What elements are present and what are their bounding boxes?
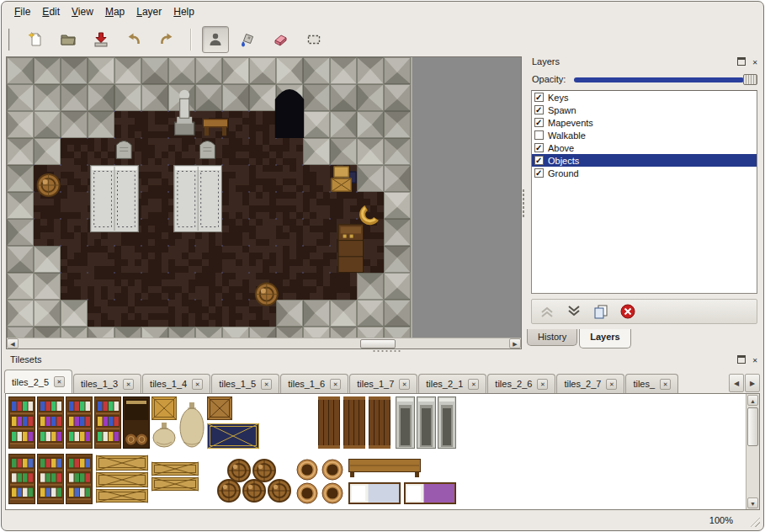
menu-map[interactable]: Map [99, 3, 130, 20]
layer-checkbox[interactable]: ✓ [534, 143, 544, 152]
status-bar: 100% [2, 510, 763, 530]
tileset-tab-tiles_2_5[interactable]: tiles_2_5 ✕ [4, 370, 72, 393]
layer-row-walkable[interactable]: Walkable [532, 129, 757, 141]
layer-label: Keys [548, 93, 568, 103]
tileset-tab-tiles_1_4[interactable]: tiles_1_4 ✕ [142, 374, 210, 393]
layer-row-spawn[interactable]: ✓ Spawn [532, 104, 757, 116]
map-view: ◀ ▶ [6, 56, 522, 349]
opacity-slider-handle[interactable] [743, 74, 757, 85]
layer-checkbox[interactable]: ✓ [534, 93, 544, 102]
tab-scroll-left-button[interactable]: ◀ [729, 374, 744, 392]
map-horizontal-scrollbar[interactable]: ◀ ▶ [7, 338, 521, 348]
layer-list: ✓ Keys ✓ Spawn ✓ Mapevents Walkable ✓ Ab… [531, 90, 757, 294]
opacity-slider-track [574, 77, 744, 82]
scrollbar-thumb[interactable] [747, 407, 758, 446]
resize-grip-icon[interactable] [749, 516, 760, 527]
menu-layer[interactable]: Layer [130, 3, 167, 20]
layer-checkbox[interactable]: ✓ [534, 168, 544, 178]
tileset-tab-clipped[interactable]: tiles_ ✕ [625, 374, 678, 393]
tileset-tab-label: tiles_1_7 [357, 379, 394, 389]
stamp-tool-button[interactable] [202, 26, 229, 53]
layer-label: Ground [548, 168, 579, 178]
undo-button[interactable] [120, 26, 147, 53]
redo-button[interactable] [153, 26, 180, 53]
layer-checkbox[interactable]: ✓ [534, 105, 544, 114]
tileset-content: ▲ ▼ [5, 393, 760, 510]
tab-close-icon[interactable]: ✕ [399, 379, 410, 390]
check-icon: ✓ [535, 119, 542, 127]
tileset-tab-tiles_2_7[interactable]: tiles_2_7 ✕ [556, 374, 624, 393]
zoom-level: 100% [709, 515, 733, 525]
person-stamp-icon [208, 32, 223, 47]
panel-title-text: Layers [532, 56, 560, 66]
menu-file[interactable]: File [8, 3, 36, 20]
tab-close-icon[interactable]: ✕ [192, 379, 203, 390]
scroll-down-button[interactable]: ▼ [747, 497, 758, 508]
selection-marquee-icon [305, 31, 322, 48]
tab-scroll-right-button[interactable]: ▶ [745, 374, 760, 392]
scrollbar-thumb[interactable] [360, 339, 396, 348]
toolbar-grip[interactable] [8, 29, 13, 51]
map-canvas[interactable] [7, 57, 412, 338]
tileset-tab-tiles_2_1[interactable]: tiles_2_1 ✕ [418, 374, 486, 393]
close-panel-icon[interactable]: ✕ [750, 355, 760, 365]
tileset-tab-bar: tiles_2_5 ✕ tiles_1_3 ✕ tiles_1_4 ✕ tile… [4, 370, 726, 393]
tab-close-icon[interactable]: ✕ [330, 379, 341, 390]
menu-help[interactable]: Help [167, 3, 200, 20]
tileset-tab-tiles_2_6[interactable]: tiles_2_6 ✕ [487, 374, 555, 393]
tab-close-icon[interactable]: ✕ [606, 379, 617, 390]
layer-row-objects[interactable]: ✓ Objects [532, 154, 757, 167]
delete-layer-button[interactable] [618, 301, 638, 322]
tileset-vertical-scrollbar[interactable]: ▲ ▼ [746, 394, 759, 509]
layer-checkbox[interactable]: ✓ [534, 156, 544, 165]
layer-row-above[interactable]: ✓ Above [532, 141, 757, 154]
panel-title-text: Tilesets [10, 354, 42, 364]
raise-layer-button[interactable] [537, 301, 557, 322]
layer-row-ground[interactable]: ✓ Ground [532, 167, 757, 179]
tab-close-icon[interactable]: ✕ [123, 379, 134, 390]
float-panel-icon[interactable] [736, 57, 746, 67]
layer-label: Mapevents [548, 118, 593, 128]
close-panel-icon[interactable]: ✕ [750, 57, 760, 67]
scroll-up-button[interactable]: ▲ [747, 395, 758, 406]
tileset-tab-tiles_1_5[interactable]: tiles_1_5 ✕ [211, 374, 279, 393]
eraser-tool-button[interactable] [268, 26, 295, 53]
scroll-right-button[interactable]: ▶ [509, 338, 521, 348]
tab-history[interactable]: History [527, 329, 577, 346]
new-map-button[interactable] [22, 26, 49, 53]
layer-label: Spawn [548, 105, 576, 115]
tileset-tab-tiles_1_3[interactable]: tiles_1_3 ✕ [73, 374, 141, 393]
menu-edit[interactable]: Edit [36, 3, 66, 20]
layer-row-keys[interactable]: ✓ Keys [532, 91, 757, 104]
layer-label: Walkable [548, 130, 586, 141]
tileset-canvas[interactable] [7, 395, 458, 509]
tileset-tab-label: tiles_2_1 [426, 379, 463, 389]
opacity-slider[interactable] [574, 73, 757, 86]
tileset-tab-tiles_1_7[interactable]: tiles_1_7 ✕ [349, 374, 417, 393]
float-panel-icon[interactable] [736, 355, 746, 365]
menu-view[interactable]: View [66, 3, 99, 20]
fill-tool-button[interactable] [235, 26, 262, 53]
layer-checkbox[interactable]: ✓ [534, 118, 544, 127]
menu-bar: File Edit View Map Layer Help [2, 2, 763, 22]
tileset-tab-label: tiles_1_3 [81, 379, 118, 389]
tab-close-icon[interactable]: ✕ [261, 379, 272, 390]
layer-row-mapevents[interactable]: ✓ Mapevents [532, 116, 757, 129]
select-tool-button[interactable] [300, 26, 327, 53]
tileset-tab-label: tiles_1_4 [150, 379, 187, 389]
dock-tabs: History Layers [527, 329, 633, 349]
save-icon [93, 31, 109, 48]
save-button[interactable] [88, 26, 114, 53]
tileset-tab-tiles_1_6[interactable]: tiles_1_6 ✕ [280, 374, 348, 393]
tab-close-icon[interactable]: ✕ [468, 379, 479, 390]
tab-close-icon[interactable]: ✕ [54, 376, 65, 387]
chevrons-up-icon [539, 303, 555, 320]
duplicate-layer-button[interactable] [591, 301, 611, 322]
lower-layer-button[interactable] [564, 301, 584, 322]
layer-checkbox[interactable] [534, 130, 544, 140]
open-button[interactable] [55, 26, 82, 53]
scroll-left-button[interactable]: ◀ [7, 338, 19, 348]
tab-close-icon[interactable]: ✕ [660, 379, 671, 390]
tab-close-icon[interactable]: ✕ [537, 379, 548, 390]
tab-layers[interactable]: Layers [579, 329, 630, 348]
